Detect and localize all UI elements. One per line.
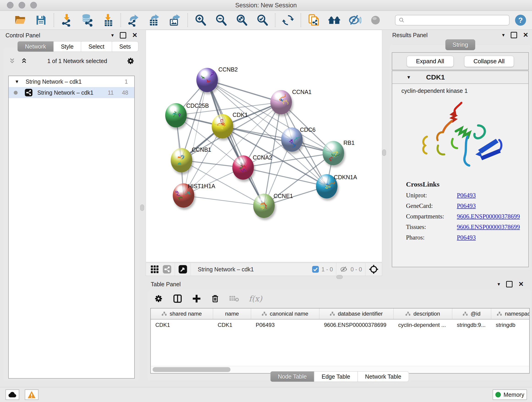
hidden-eye-icon[interactable] bbox=[340, 265, 348, 273]
import-network-database-icon[interactable] bbox=[81, 13, 94, 27]
table-cell[interactable]: 9606.ENSP00000378699 bbox=[319, 322, 394, 328]
detach-view-icon[interactable] bbox=[178, 265, 187, 274]
open-session-icon[interactable] bbox=[14, 13, 27, 27]
string-home-icon[interactable] bbox=[328, 13, 341, 27]
network-edge[interactable] bbox=[184, 80, 207, 196]
vertical-splitter-handle[interactable] bbox=[382, 149, 386, 156]
import-table-icon[interactable] bbox=[101, 13, 114, 27]
collection-expand-icon[interactable]: ▼ bbox=[15, 79, 19, 84]
column-header-database-identifier[interactable]: database identifier bbox=[319, 308, 394, 319]
table-cell[interactable]: P06493 bbox=[251, 322, 319, 328]
tab-sets[interactable]: Sets bbox=[112, 41, 138, 52]
network-edge[interactable] bbox=[207, 80, 281, 102]
tab-select[interactable]: Select bbox=[81, 41, 112, 52]
panel-close-icon[interactable]: ✕ bbox=[523, 32, 528, 38]
zoom-selected-icon[interactable] bbox=[256, 13, 269, 27]
search-box[interactable] bbox=[395, 15, 510, 26]
vertical-splitter-handle[interactable] bbox=[140, 204, 144, 211]
export-network-icon[interactable] bbox=[127, 13, 140, 27]
memory-button[interactable]: Memory bbox=[493, 389, 527, 400]
column-header-canonical-name[interactable]: canonical name bbox=[251, 308, 319, 319]
show-columns-icon[interactable] bbox=[173, 294, 182, 303]
column-header-namespace[interactable]: namespace bbox=[491, 308, 530, 319]
delete-table-icon[interactable] bbox=[229, 294, 239, 303]
table-row[interactable]: CDK1CDK1P064939606.ENSP00000378699cyclin… bbox=[151, 319, 529, 331]
table-cell[interactable]: cyclin-dependent ... bbox=[394, 322, 452, 328]
column-header--id[interactable]: @id bbox=[452, 308, 491, 319]
collapse-all-button[interactable]: Collapse All bbox=[464, 56, 514, 67]
table-cell[interactable]: stringdb:9... bbox=[452, 322, 491, 328]
panel-close-icon[interactable]: ✕ bbox=[132, 33, 138, 38]
gene-section-header[interactable]: ▼ CDK1 bbox=[392, 71, 528, 84]
network-node-CCNA2[interactable] bbox=[232, 155, 254, 180]
table-cell[interactable]: CDK1 bbox=[213, 322, 251, 328]
save-session-icon[interactable] bbox=[34, 13, 48, 27]
fit-selected-crosshair-icon[interactable] bbox=[369, 264, 379, 274]
table-options-gear-icon[interactable] bbox=[154, 294, 163, 303]
network-node-CCNE1[interactable] bbox=[253, 194, 275, 218]
crosslink-pharos[interactable]: P06493 bbox=[457, 234, 476, 241]
collapse-all-icon[interactable] bbox=[8, 57, 16, 64]
selected-checkbox-icon[interactable] bbox=[312, 266, 319, 273]
panel-float-icon[interactable] bbox=[120, 32, 126, 38]
delete-column-icon[interactable] bbox=[211, 294, 220, 303]
cloud-status-button[interactable] bbox=[6, 389, 19, 400]
warning-button[interactable] bbox=[25, 389, 38, 400]
panel-close-icon[interactable]: ✕ bbox=[519, 282, 524, 287]
help-button[interactable]: ? bbox=[515, 15, 526, 26]
network-node-CDK1[interactable] bbox=[212, 114, 233, 138]
section-expand-icon[interactable]: ▼ bbox=[406, 75, 411, 80]
crosslink-tissues[interactable]: 9606.ENSP00000378699 bbox=[457, 223, 520, 230]
copy-network-icon[interactable] bbox=[307, 13, 320, 27]
network-edge[interactable] bbox=[222, 126, 333, 153]
network-collection-row[interactable]: ▼ String Network – cdk1 1 bbox=[9, 76, 134, 87]
minimize-window-button[interactable] bbox=[19, 2, 25, 8]
crosslink-uniprot[interactable]: P06493 bbox=[457, 192, 476, 199]
tab-style[interactable]: Style bbox=[53, 41, 81, 52]
enrichment-eye-icon[interactable] bbox=[348, 13, 361, 27]
panel-menu-icon[interactable]: ▾ bbox=[502, 32, 505, 38]
column-header-name[interactable]: name bbox=[213, 308, 251, 319]
expand-all-icon[interactable] bbox=[20, 57, 28, 64]
network-node-CCNB2[interactable] bbox=[196, 68, 218, 92]
network-options-gear-icon[interactable] bbox=[127, 57, 135, 65]
network-row[interactable]: String Network – cdk1 11 48 bbox=[9, 87, 134, 98]
tab-node-table[interactable]: Node Table bbox=[270, 371, 314, 382]
panel-menu-icon[interactable]: ▾ bbox=[497, 281, 500, 287]
import-network-file-icon[interactable] bbox=[60, 13, 73, 27]
tab-network[interactable]: Network bbox=[17, 41, 54, 52]
add-column-icon[interactable] bbox=[192, 294, 201, 303]
crosslink-compartments[interactable]: 9606.ENSP00000378699 bbox=[457, 213, 520, 220]
tab-network-table[interactable]: Network Table bbox=[357, 371, 409, 382]
search-input[interactable] bbox=[405, 17, 506, 24]
eye-disabled-icon[interactable] bbox=[369, 13, 382, 27]
zoom-in-icon[interactable] bbox=[194, 13, 207, 27]
export-image-icon[interactable] bbox=[168, 13, 181, 27]
panel-float-icon[interactable] bbox=[511, 32, 517, 38]
network-canvas[interactable]: CCNB2CCNA1CDC25BCDK1CDC6RB1CCNB1CCNA2CDK… bbox=[146, 30, 382, 262]
table-cell[interactable]: stringdb bbox=[491, 322, 530, 328]
network-edge[interactable] bbox=[243, 167, 327, 186]
panel-float-icon[interactable] bbox=[506, 281, 513, 287]
network-node-CCNA1[interactable] bbox=[270, 90, 292, 114]
tab-string[interactable]: String bbox=[445, 39, 475, 50]
function-builder-icon[interactable]: f(x) bbox=[249, 294, 262, 303]
network-node-CDC6[interactable] bbox=[281, 128, 303, 152]
expand-all-button[interactable]: Expand All bbox=[407, 56, 454, 67]
table-cell[interactable]: CDK1 bbox=[151, 322, 213, 328]
zoom-fit-icon[interactable] bbox=[235, 13, 248, 27]
zoom-window-button[interactable] bbox=[30, 2, 37, 8]
network-edge[interactable] bbox=[184, 196, 264, 206]
panel-menu-icon[interactable]: ▾ bbox=[111, 32, 114, 38]
network-node-RB1[interactable] bbox=[323, 141, 344, 165]
crosslink-genecard[interactable]: P06493 bbox=[457, 202, 476, 210]
network-node-CCNB1[interactable] bbox=[171, 148, 192, 172]
network-node-CDC25B[interactable] bbox=[165, 103, 187, 128]
close-window-button[interactable] bbox=[7, 2, 13, 8]
zoom-out-icon[interactable] bbox=[215, 13, 228, 27]
column-header-shared-name[interactable]: shared name bbox=[151, 308, 213, 319]
column-header-description[interactable]: description bbox=[394, 308, 452, 319]
birdseye-share-icon[interactable] bbox=[162, 265, 172, 274]
horizontal-splitter-handle[interactable] bbox=[336, 275, 343, 279]
scrollbar-thumb[interactable] bbox=[152, 367, 230, 372]
